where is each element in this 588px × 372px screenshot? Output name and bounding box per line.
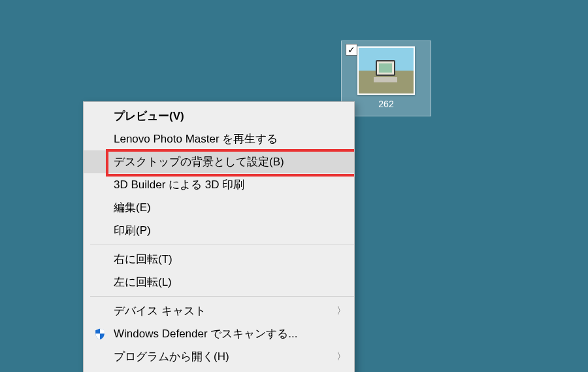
menu-print[interactable]: 印刷(P)	[84, 219, 354, 242]
menu-preview[interactable]: プレビュー(V)	[84, 105, 354, 127]
menu-item-label: 左に回転(L)	[114, 275, 346, 290]
menu-item-label: 右に回転(T)	[114, 252, 346, 267]
menu-item-label: 印刷(P)	[114, 223, 346, 238]
selection-checkbox[interactable]: ✓	[346, 44, 357, 56]
menu-rotate-right[interactable]: 右に回転(T)	[84, 248, 354, 271]
menu-windows-defender-scan[interactable]: Windows Defender でスキャンする...	[84, 322, 354, 345]
menu-item-label: プログラムから開く(H)	[114, 349, 336, 364]
menu-item-label: デバイス キャスト	[114, 303, 336, 318]
menu-separator	[90, 245, 354, 245]
file-label: 262	[378, 99, 393, 109]
menu-lenovo-photo-master[interactable]: Lenovo Photo Master を再生する	[84, 127, 354, 150]
menu-item-label: 編集(E)	[114, 200, 346, 215]
menu-item-label: 3D Builder による 3D 印刷	[114, 177, 346, 192]
menu-item-label: Lenovo Photo Master を再生する	[114, 131, 346, 146]
checkmark-icon: ✓	[348, 45, 355, 54]
menu-item-label: プレビュー(V)	[114, 109, 346, 124]
chevron-right-icon: 〉	[336, 350, 346, 363]
menu-set-as-desktop-background[interactable]: デスクトップの背景として設定(B)	[84, 150, 354, 173]
menu-edit[interactable]: 編集(E)	[84, 196, 354, 219]
menu-device-cast[interactable]: デバイス キャスト 〉	[84, 299, 354, 322]
computer-icon	[376, 60, 397, 81]
image-thumbnail	[357, 46, 415, 95]
menu-open-with[interactable]: プログラムから開く(H) 〉	[84, 345, 354, 368]
menu-item-label: Windows Defender でスキャンする...	[114, 326, 346, 341]
menu-separator	[90, 296, 354, 297]
defender-shield-icon	[90, 328, 110, 341]
menu-item-label: デスクトップの背景として設定(B)	[114, 154, 346, 169]
chevron-right-icon: 〉	[336, 305, 346, 317]
context-menu: プレビュー(V) Lenovo Photo Master を再生する デスクトッ…	[83, 101, 355, 372]
menu-3d-builder-print[interactable]: 3D Builder による 3D 印刷	[84, 173, 354, 196]
menu-rotate-left[interactable]: 左に回転(L)	[84, 271, 354, 294]
